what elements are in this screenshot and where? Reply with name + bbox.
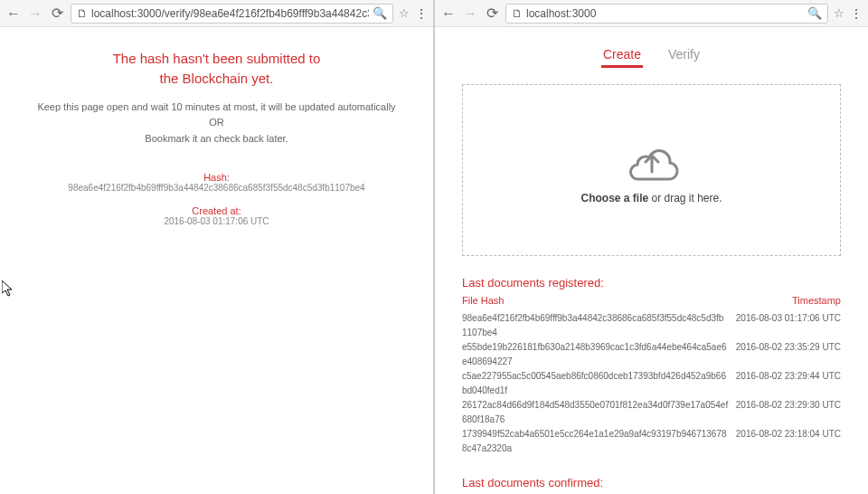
cursor-icon <box>2 280 14 299</box>
back-button[interactable]: ← <box>5 5 22 22</box>
tabs: Create Verify <box>462 43 841 68</box>
timestamp-cell: 2016-08-03 01:17:06 UTC <box>736 311 841 340</box>
bookmark-icon[interactable]: ☆ <box>834 6 844 20</box>
page-title: The hash hasn't been submitted to the Bl… <box>27 49 406 89</box>
toolbar-right: ← → ⟳ 🗋 🔍 ☆ ⋮ <box>435 0 868 27</box>
reload-button[interactable]: ⟳ <box>49 5 65 22</box>
url-input[interactable] <box>91 7 369 20</box>
registered-title: Last documents registered: <box>462 276 841 290</box>
reload-button[interactable]: ⟳ <box>484 5 500 22</box>
back-button[interactable]: ← <box>440 5 457 22</box>
info-line3: Bookmark it an check back later. <box>27 131 406 147</box>
right-content: Create Verify Choose a file or drag it h… <box>435 27 868 494</box>
site-icon: 🗋 <box>77 7 88 20</box>
created-label: Created at: <box>27 205 406 216</box>
search-hint-icon: 🔍 <box>807 6 822 20</box>
hash-cell: 26172ac84d66d9f184d548d3550e0701f812ea34… <box>462 398 736 427</box>
choose-file-label: Choose a file <box>580 192 648 204</box>
hash-cell: e55bde19b226181fb630a2148b3969cac1c3fd6a… <box>462 340 736 369</box>
col-hash: File Hash <box>462 295 504 306</box>
menu-icon[interactable]: ⋮ <box>850 6 863 21</box>
table-row[interactable]: 1739949f52cab4a6501e5cc264e1a1e29a9af4c9… <box>462 427 841 456</box>
title-line1: The hash hasn't been submitted to <box>27 49 406 69</box>
right-pane: ← → ⟳ 🗋 🔍 ☆ ⋮ Create Verify Choose a fil… <box>435 0 868 494</box>
left-content: The hash hasn't been submitted to the Bl… <box>0 27 433 494</box>
hash-cell: 98ea6e4f216f2fb4b69fff9b3a44842c38686ca6… <box>462 311 736 340</box>
hash-cell: 1739949f52cab4a6501e5cc264e1a1e29a9af4c9… <box>462 427 736 456</box>
table-row[interactable]: 26172ac84d66d9f184d548d3550e0701f812ea34… <box>462 398 841 427</box>
url-input[interactable] <box>526 7 804 20</box>
dropzone[interactable]: Choose a file or drag it here. <box>462 84 841 256</box>
timestamp-cell: 2016-08-02 23:29:30 UTC <box>736 398 841 427</box>
registered-list: 98ea6e4f216f2fb4b69fff9b3a44842c38686ca6… <box>462 311 841 456</box>
drag-hint: or drag it here. <box>648 192 722 204</box>
forward-button[interactable]: → <box>462 5 478 22</box>
site-icon: 🗋 <box>512 7 523 20</box>
forward-button[interactable]: → <box>27 5 43 22</box>
table-row[interactable]: e55bde19b226181fb630a2148b3969cac1c3fd6a… <box>462 340 841 369</box>
hash-cell: c5ae227955ac5c00545aeb86fc0860dceb17393b… <box>462 369 736 398</box>
upload-cloud-icon <box>620 136 684 181</box>
address-bar[interactable]: 🗋 🔍 <box>505 4 828 24</box>
toolbar-left: ← → ⟳ 🗋 🔍 ☆ ⋮ <box>0 0 433 27</box>
table-row[interactable]: 98ea6e4f216f2fb4b69fff9b3a44842c38686ca6… <box>462 311 841 340</box>
title-line2: the Blockchain yet. <box>27 69 406 89</box>
timestamp-cell: 2016-08-02 23:29:44 UTC <box>736 369 841 398</box>
menu-icon[interactable]: ⋮ <box>415 6 428 21</box>
table-row[interactable]: c5ae227955ac5c00545aeb86fc0860dceb17393b… <box>462 369 841 398</box>
left-pane: ← → ⟳ 🗋 🔍 ☆ ⋮ The hash hasn't been submi… <box>0 0 433 494</box>
col-timestamp: Timestamp <box>792 295 841 306</box>
address-bar[interactable]: 🗋 🔍 <box>71 4 393 24</box>
timestamp-cell: 2016-08-02 23:35:29 UTC <box>736 340 841 369</box>
search-hint-icon: 🔍 <box>373 6 387 20</box>
tab-verify[interactable]: Verify <box>666 43 702 68</box>
confirmed-title: Last documents confirmed: <box>462 476 841 489</box>
bookmark-icon[interactable]: ☆ <box>399 6 410 20</box>
info-line1: Keep this page open and wait 10 minutes … <box>27 100 406 116</box>
tab-create[interactable]: Create <box>601 43 643 68</box>
created-value: 2016-08-03 01:17:06 UTC <box>27 216 406 226</box>
hash-value: 98ea6e4f216f2fb4b69fff9b3a44842c38686ca6… <box>27 183 406 193</box>
dropzone-text: Choose a file or drag it here. <box>580 192 722 204</box>
registered-header: File Hash Timestamp <box>462 295 841 306</box>
timestamp-cell: 2016-08-02 23:18:04 UTC <box>736 427 841 456</box>
hash-label: Hash: <box>27 172 406 183</box>
info-line2: OR <box>27 115 406 131</box>
